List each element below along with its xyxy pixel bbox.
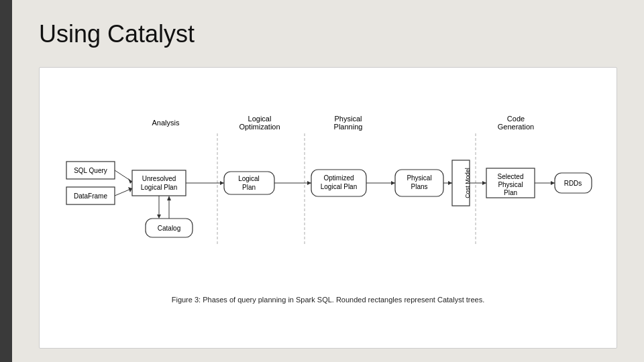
catalyst-diagram: Analysis Logical Optimization Physical P… — [53, 115, 603, 289]
svg-marker-22 — [157, 215, 161, 219]
phase-logical-opt-2: Optimization — [239, 123, 280, 131]
svg-marker-8 — [220, 181, 224, 185]
optimized-lp-label2: Logical Plan — [321, 183, 357, 190]
diagram-caption: Figure 3: Phases of query planning in Sp… — [172, 296, 485, 304]
logical-plan-label2: Plan — [242, 184, 256, 191]
phase-code-gen-2: Generation — [498, 123, 534, 131]
selected-pp-label2: Physical — [498, 181, 523, 188]
svg-marker-20 — [167, 196, 171, 200]
selected-pp-label1: Selected — [498, 173, 524, 180]
catalog-label: Catalog — [158, 225, 180, 232]
logical-plan-label1: Logical — [238, 175, 260, 182]
svg-marker-18 — [551, 181, 555, 185]
slide-content: Using Catalyst Analysis Logical Optimiza… — [12, 0, 644, 362]
sql-query-label: SQL Query — [74, 167, 107, 174]
svg-marker-10 — [307, 181, 311, 185]
svg-marker-16 — [482, 181, 486, 185]
phase-analysis: Analysis — [152, 119, 180, 127]
phase-physical-plan: Physical — [335, 115, 362, 123]
unresolved-lp-label1: Unresolved — [142, 175, 176, 182]
slide-title: Using Catalyst — [39, 20, 617, 48]
unresolved-lp-box — [132, 170, 186, 196]
rdds-label: RDDs — [564, 180, 582, 187]
selected-pp-label3: Plan — [504, 189, 517, 196]
unresolved-lp-label2: Logical Plan — [141, 184, 177, 191]
physical-plans-label2: Plans — [411, 183, 427, 190]
left-accent-bar — [0, 0, 12, 362]
optimized-lp-label1: Optimized — [323, 174, 354, 182]
dataframe-label: DataFrame — [74, 192, 107, 200]
phase-code-gen: Code — [507, 115, 525, 123]
svg-marker-12 — [391, 181, 395, 185]
physical-plans-label1: Physical — [407, 174, 431, 182]
svg-marker-14 — [448, 181, 452, 185]
phase-physical-plan-2: Planning — [334, 123, 363, 131]
phase-logical-opt: Logical — [248, 115, 272, 123]
diagram-container: Analysis Logical Optimization Physical P… — [39, 67, 617, 349]
